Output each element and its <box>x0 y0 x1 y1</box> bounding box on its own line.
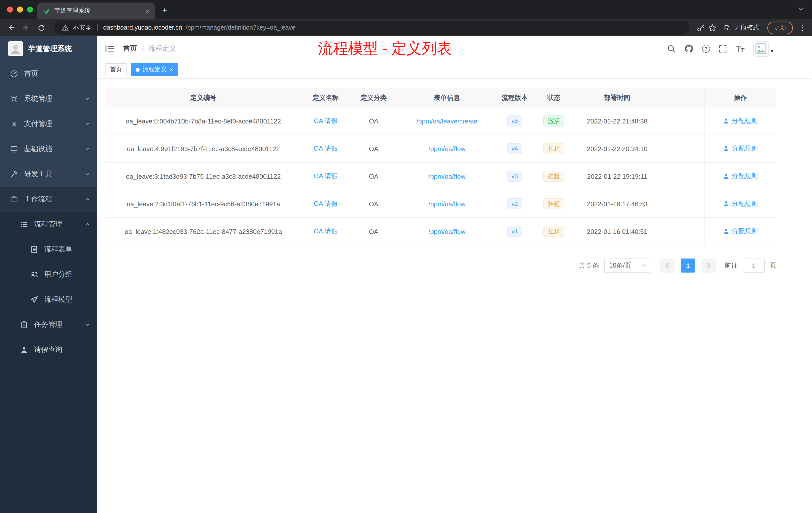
password-key-icon[interactable] <box>696 23 705 32</box>
form-link[interactable]: /bpm/oa/flow <box>428 228 465 235</box>
col-header-id: 定义编号 <box>106 88 301 107</box>
form-link[interactable]: /bpm/oa/flow <box>428 200 465 208</box>
user-menu[interactable]: ▾ <box>753 41 773 57</box>
sidebar-item-label: 支付管理 <box>24 119 79 128</box>
chevron-down-icon <box>85 322 90 327</box>
page-annotation: 流程模型 - 定义列表 <box>318 38 452 59</box>
forward-button[interactable] <box>20 22 32 34</box>
table-row: oa_leave:5:004b710b-7b8a-11ec-8ef0-acde4… <box>106 108 776 135</box>
bookmark-star-icon[interactable] <box>708 23 717 32</box>
tab-close-icon[interactable]: × <box>146 7 150 15</box>
list-icon <box>20 220 28 229</box>
sidebar-item-process-management[interactable]: 流程管理 <box>0 212 97 237</box>
sidebar-item-devtools[interactable]: 研发工具 <box>0 162 97 187</box>
sidebar-item-process-model[interactable]: 流程模型 <box>0 287 97 312</box>
github-icon[interactable] <box>685 44 694 53</box>
cell-spacer <box>659 108 704 134</box>
tag-process-definition[interactable]: 流程定义 × <box>131 63 178 76</box>
sidebar-item-system[interactable]: 系统管理 <box>0 86 97 112</box>
definition-name-link[interactable]: OA 请假 <box>314 117 338 125</box>
sidebar-item-label: 工作流程 <box>24 195 79 204</box>
chevron-down-icon <box>641 263 646 268</box>
tool-icon <box>10 170 18 178</box>
sidebar-item-label: 首页 <box>24 69 90 78</box>
cell-category: OA <box>350 218 397 245</box>
window-close-button[interactable] <box>7 6 13 12</box>
form-link[interactable]: /bpm/oa/flow <box>428 145 465 152</box>
browser-menu-icon[interactable]: ⋮ <box>798 23 807 32</box>
window-zoom-button[interactable] <box>27 6 33 12</box>
sidebar-item-label: 基础设施 <box>24 145 79 154</box>
security-label: 不安全 <box>73 23 92 32</box>
form-link[interactable]: /bpm/oa/leave/create <box>416 117 477 125</box>
paper-plane-icon <box>30 296 38 304</box>
sidebar-item-payment[interactable]: ¥ 支付管理 <box>0 112 97 137</box>
page-size-select[interactable]: 10条/页 <box>604 259 651 273</box>
tag-close-icon[interactable]: × <box>170 66 173 73</box>
definition-name-link[interactable]: OA 请假 <box>314 172 338 181</box>
reload-button[interactable] <box>35 22 47 34</box>
sidebar-item-label: 请假查询 <box>34 345 90 354</box>
cell-id: oa_leave:5:004b710b-7b8a-11ec-8ef0-acde4… <box>106 108 301 134</box>
sidebar-item-task-management[interactable]: 任务管理 <box>0 312 97 337</box>
help-icon[interactable]: ? <box>702 45 710 53</box>
hamburger-icon[interactable] <box>105 44 115 53</box>
total-count: 共 5 条 <box>579 261 599 270</box>
font-size-icon[interactable] <box>736 45 745 53</box>
breadcrumb-home[interactable]: 首页 <box>123 44 137 53</box>
tag-label: 流程定义 <box>143 65 167 74</box>
sidebar-item-home[interactable]: 首页 <box>0 61 97 86</box>
cell-spacer <box>659 135 704 162</box>
chevron-down-icon <box>85 96 90 101</box>
user-icon <box>723 118 729 124</box>
briefcase-icon <box>10 195 18 203</box>
table-row: oa_leave:1:482ec033-762a-11ec-8477-a2380… <box>106 218 776 245</box>
sidebar-item-infrastructure[interactable]: 基础设施 <box>0 137 97 162</box>
current-page[interactable]: 1 <box>681 259 695 273</box>
window-minimize-button[interactable] <box>17 6 23 12</box>
fullscreen-icon[interactable] <box>719 44 727 53</box>
definition-table: 定义编号 定义名称 定义分类 表单信息 流程版本 状态 部署时间 操作 oa_l… <box>106 88 776 245</box>
definition-name-link[interactable]: OA 请假 <box>314 227 338 236</box>
assign-rule-button[interactable]: 分配规则 <box>723 144 758 153</box>
definition-name-link[interactable]: OA 请假 <box>314 199 338 208</box>
status-badge: 挂起 <box>543 226 564 237</box>
next-page-button[interactable] <box>701 259 716 273</box>
sidebar-item-leave-query[interactable]: 请假查询 <box>0 337 97 362</box>
sidebar-logo[interactable]: 芋道管理系统 <box>0 36 97 61</box>
form-link[interactable]: /bpm/oa/flow <box>428 173 465 180</box>
prev-page-button[interactable] <box>660 259 674 273</box>
sidebar-item-workflow[interactable]: 工作流程 <box>0 187 97 212</box>
tab-search-icon[interactable] <box>798 6 804 12</box>
status-badge: 挂起 <box>543 143 564 154</box>
sidebar-item-process-form[interactable]: 流程表单 <box>0 237 97 262</box>
assign-rule-button[interactable]: 分配规则 <box>723 227 758 236</box>
tag-home[interactable]: 首页 <box>106 63 126 76</box>
col-header-name: 定义名称 <box>301 88 350 107</box>
sidebar-item-label: 流程表单 <box>44 245 90 254</box>
definition-name-link[interactable]: OA 请假 <box>314 144 338 153</box>
version-tag: v4 <box>507 143 522 154</box>
browser-tab[interactable]: 芋道管理系统 × <box>37 2 155 19</box>
cell-category: OA <box>350 190 397 217</box>
chevron-up-icon <box>85 197 90 202</box>
new-tab-button[interactable]: + <box>158 3 172 18</box>
document-icon <box>30 245 38 253</box>
search-icon[interactable] <box>667 44 676 53</box>
address-bar[interactable]: 不安全 dashboard.yudao.iocoder.cn/bpm/manag… <box>54 21 690 35</box>
sidebar-item-user-group[interactable]: 用户分组 <box>0 262 97 287</box>
goto-label: 前往 <box>725 261 738 270</box>
col-header-spacer <box>659 88 704 107</box>
security-warning-icon[interactable] <box>61 24 69 31</box>
back-button[interactable] <box>5 22 17 34</box>
assign-rule-button[interactable]: 分配规则 <box>723 172 758 181</box>
update-button[interactable]: 更新 <box>767 21 793 34</box>
version-tag: v2 <box>507 198 522 209</box>
incognito-badge: 无痕模式 <box>723 23 759 32</box>
assign-rule-button[interactable]: 分配规则 <box>723 117 758 125</box>
chevron-down-icon <box>85 172 90 177</box>
person-icon <box>20 346 28 354</box>
goto-page-input[interactable] <box>743 259 765 273</box>
sidebar-item-label: 任务管理 <box>34 320 79 329</box>
assign-rule-button[interactable]: 分配规则 <box>723 199 758 208</box>
